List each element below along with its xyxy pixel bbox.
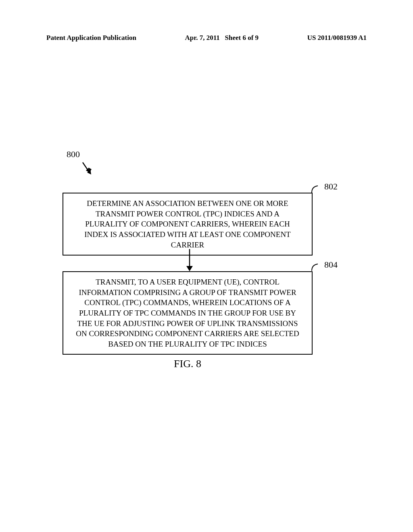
figure-label: FIG. 8 <box>63 358 313 370</box>
publication-number: US 2011/0081939 A1 <box>307 34 367 42</box>
reference-label-802: 802 <box>324 181 338 192</box>
header-row: Patent Application Publication Apr. 7, 2… <box>46 34 367 42</box>
reference-label-800: 800 <box>67 149 80 160</box>
publication-type: Patent Application Publication <box>46 34 136 42</box>
flow-arrow-icon <box>186 249 194 273</box>
reference-label-804: 804 <box>324 260 338 270</box>
flowchart-step-804: TRANSMIT, TO A USER EQUIPMENT (UE), CONT… <box>63 271 313 355</box>
publication-date: Apr. 7, 2011 <box>185 34 219 42</box>
step-text: DETERMINE AN ASSOCIATION BETWEEN ONE OR … <box>84 199 290 249</box>
sheet-number: Sheet 6 of 9 <box>225 34 259 42</box>
step-text: TRANSMIT, TO A USER EQUIPMENT (UE), CONT… <box>76 278 299 348</box>
svg-marker-5 <box>186 266 193 271</box>
page-header: Patent Application Publication Apr. 7, 2… <box>0 34 413 42</box>
flowchart-step-802: DETERMINE AN ASSOCIATION BETWEEN ONE OR … <box>63 193 313 256</box>
reference-arrow-icon <box>81 161 94 177</box>
publication-date-sheet: Apr. 7, 2011 Sheet 6 of 9 <box>185 34 259 42</box>
